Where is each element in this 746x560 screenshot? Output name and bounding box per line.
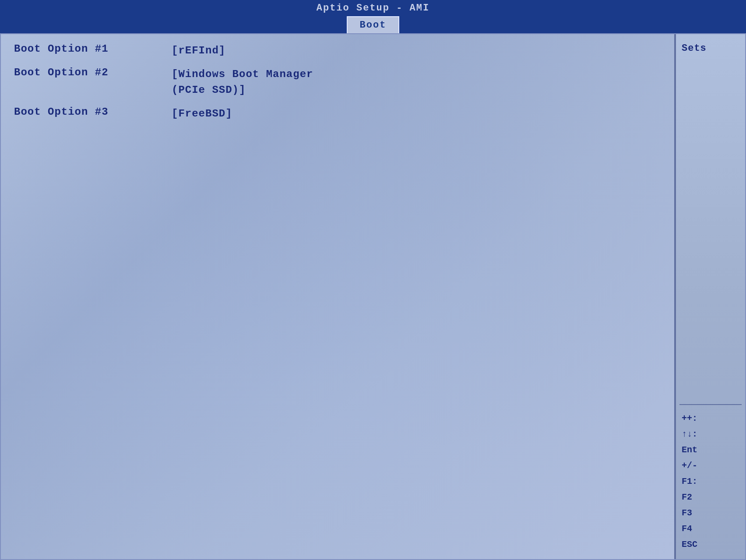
key-hint-arrows: ++: <box>682 411 739 426</box>
tab-boot[interactable]: Boot <box>347 16 400 33</box>
tab-bar: Boot <box>0 16 746 33</box>
boot-option-1-label: Boot Option #1 <box>14 43 172 55</box>
key-hint-enter: Ent <box>682 442 739 458</box>
main-area: Boot Option #1 [rEFInd] Boot Option #2 [… <box>0 33 746 560</box>
boot-option-3-value: [FreeBSD] <box>172 106 232 122</box>
boot-option-3-label: Boot Option #3 <box>14 106 172 118</box>
key-hint-esc: ESC <box>682 537 739 553</box>
boot-option-2-value: [Windows Boot Manager(PCIe SSD)] <box>172 67 313 98</box>
bios-title: Aptio Setup - AMI <box>0 0 746 16</box>
sidebar: Sets ++: ↑↓: Ent +/- F1: F2 F3 F4 ESC <box>675 34 745 559</box>
sidebar-top: Sets <box>679 39 742 401</box>
key-hint-plusminus: +/- <box>682 458 739 474</box>
key-hint-f1: F1: <box>682 474 739 490</box>
key-hint-f2: F2 <box>682 490 739 505</box>
sidebar-key-hints: ++: ↑↓: Ent +/- F1: F2 F3 F4 ESC <box>679 409 742 555</box>
boot-option-2-label: Boot Option #2 <box>14 67 172 78</box>
boot-option-row-2[interactable]: Boot Option #2 [Windows Boot Manager(PCI… <box>14 67 661 98</box>
sidebar-divider <box>679 404 742 405</box>
boot-options-list: Boot Option #1 [rEFInd] Boot Option #2 [… <box>14 43 661 122</box>
key-hint-f4: F4 <box>682 521 739 537</box>
boot-option-1-value: [rEFInd] <box>172 43 225 59</box>
key-hint-f3: F3 <box>682 505 739 521</box>
key-hint-updown: ↑↓: <box>682 426 739 442</box>
boot-option-row-1[interactable]: Boot Option #1 [rEFInd] <box>14 43 661 59</box>
boot-option-row-3[interactable]: Boot Option #3 [FreeBSD] <box>14 106 661 122</box>
content-panel: Boot Option #1 [rEFInd] Boot Option #2 [… <box>1 34 675 559</box>
sidebar-sets-label: Sets <box>682 43 739 54</box>
